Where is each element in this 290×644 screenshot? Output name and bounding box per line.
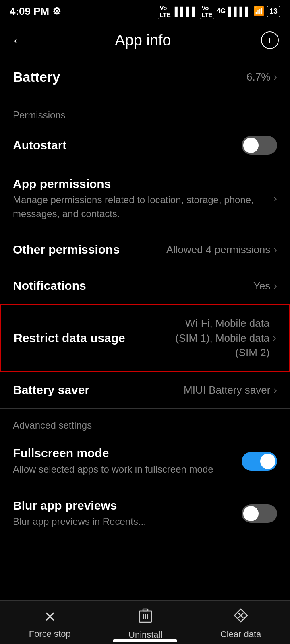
autostart-row[interactable]: Autostart xyxy=(0,125,290,166)
autostart-toggle-knob xyxy=(243,138,259,153)
battery-right: 6.7% › xyxy=(246,71,277,83)
restrict-data-usage-row[interactable]: Restrict data usage Wi-Fi, Mobile data (… xyxy=(0,304,290,372)
home-indicator xyxy=(113,639,177,642)
restrict-data-chevron: › xyxy=(273,332,276,344)
other-permissions-title: Other permissions xyxy=(13,243,160,256)
fullscreen-toggle-knob xyxy=(260,454,276,469)
notifications-row[interactable]: Notifications Yes › xyxy=(0,268,290,304)
battery-indicator: 13 xyxy=(267,6,280,17)
clear-data-icon xyxy=(234,608,248,626)
blur-toggle-knob xyxy=(243,506,259,521)
battery-saver-chevron: › xyxy=(273,384,277,396)
notifications-right: Yes › xyxy=(253,280,277,292)
battery-row[interactable]: Battery 6.7% › xyxy=(0,56,290,98)
status-bar: 4:09 PM ⚙ VoLTE ▌▌▌▌ VoLTE 4G ▌▌▌▌ 📶 13 xyxy=(0,0,290,21)
notifications-left: Notifications xyxy=(13,279,247,293)
gear-icon: ⚙ xyxy=(52,6,61,17)
other-permissions-chevron: › xyxy=(273,244,277,256)
fullscreen-mode-toggle[interactable] xyxy=(242,452,277,471)
info-icon: i xyxy=(269,35,271,45)
notifications-title: Notifications xyxy=(13,279,247,293)
svg-rect-2 xyxy=(143,609,148,611)
fullscreen-mode-row[interactable]: Fullscreen mode Allow selected apps to w… xyxy=(0,435,290,487)
uninstall-label: Uninstall xyxy=(128,630,162,640)
app-permissions-title: App permissions xyxy=(13,177,267,191)
other-permissions-row[interactable]: Other permissions Allowed 4 permissions … xyxy=(0,231,290,268)
status-right: VoLTE ▌▌▌▌ VoLTE 4G ▌▌▌▌ 📶 13 xyxy=(158,4,280,19)
restrict-data-right: Wi-Fi, Mobile data (SIM 1), Mobile data … xyxy=(173,316,276,360)
autostart-title: Autostart xyxy=(13,138,242,152)
force-stop-icon: ✕ xyxy=(44,609,56,625)
battery-label: Battery xyxy=(13,69,60,85)
app-permissions-right: › xyxy=(273,192,277,205)
uninstall-icon xyxy=(139,608,152,626)
force-stop-button[interactable]: ✕ Force stop xyxy=(29,609,71,639)
blur-app-previews-left: Blur app previews Blur app previews in R… xyxy=(13,499,242,528)
blur-app-previews-toggle[interactable] xyxy=(242,504,277,523)
autostart-left: Autostart xyxy=(13,138,242,152)
header: ← App info i xyxy=(0,24,290,56)
time-display: 4:09 PM xyxy=(10,5,49,18)
fullscreen-mode-title: Fullscreen mode xyxy=(13,446,242,460)
app-permissions-row[interactable]: App permissions Manage permissions relat… xyxy=(0,166,290,231)
notifications-chevron: › xyxy=(273,280,277,292)
blur-app-previews-subtitle: Blur app previews in Recents... xyxy=(13,515,242,528)
volte-icon: VoLTE xyxy=(158,4,172,19)
battery-saver-left: Battery saver xyxy=(13,383,177,397)
status-left: 4:09 PM ⚙ xyxy=(10,5,61,18)
blur-app-previews-row[interactable]: Blur app previews Blur app previews in R… xyxy=(0,487,290,540)
clear-data-button[interactable]: Clear data xyxy=(220,608,261,640)
app-permissions-subtitle: Manage permissions related to location, … xyxy=(13,193,267,220)
page-title: App info xyxy=(115,32,171,49)
other-permissions-value: Allowed 4 permissions xyxy=(166,244,271,256)
battery-chevron: › xyxy=(273,71,277,83)
bottom-nav: ✕ Force stop Uninstall Clear data xyxy=(0,600,290,644)
wifi-icon: 📶 xyxy=(253,6,264,17)
restrict-data-value: Wi-Fi, Mobile data (SIM 1), Mobile data … xyxy=(173,316,269,360)
battery-saver-value: MIUI Battery saver xyxy=(184,384,270,396)
blur-app-previews-title: Blur app previews xyxy=(13,499,242,512)
volte-icon-2: VoLTE xyxy=(200,4,214,19)
content: Battery 6.7% › Permissions Autostart App… xyxy=(0,56,290,604)
uninstall-button[interactable]: Uninstall xyxy=(128,608,162,640)
restrict-data-title: Restrict data usage xyxy=(14,331,166,345)
force-stop-label: Force stop xyxy=(29,629,71,639)
battery-value: 6.7% xyxy=(246,71,270,83)
app-permissions-chevron: › xyxy=(273,192,277,205)
back-button[interactable]: ← xyxy=(11,33,25,48)
battery-saver-right: MIUI Battery saver › xyxy=(184,384,277,396)
4g-icon: 4G xyxy=(217,7,226,15)
app-permissions-left: App permissions Manage permissions relat… xyxy=(13,177,267,220)
autostart-toggle[interactable] xyxy=(242,136,277,155)
other-permissions-right: Allowed 4 permissions › xyxy=(166,244,277,256)
info-button[interactable]: i xyxy=(261,31,279,49)
permissions-section-label: Permissions xyxy=(0,98,290,125)
fullscreen-mode-subtitle: Allow selected apps to work in fullscree… xyxy=(13,462,242,476)
restrict-data-left: Restrict data usage xyxy=(14,331,166,345)
signal-icon-2: ▌▌▌▌ xyxy=(228,7,251,16)
fullscreen-mode-left: Fullscreen mode Allow selected apps to w… xyxy=(13,446,242,476)
other-permissions-left: Other permissions xyxy=(13,243,160,256)
clear-data-label: Clear data xyxy=(220,629,261,640)
battery-saver-title: Battery saver xyxy=(13,383,177,397)
advanced-section-label: Advanced settings xyxy=(0,409,290,435)
notifications-value: Yes xyxy=(253,280,270,292)
battery-saver-row[interactable]: Battery saver MIUI Battery saver › xyxy=(0,372,290,408)
signal-icon-1: ▌▌▌▌ xyxy=(175,7,198,16)
